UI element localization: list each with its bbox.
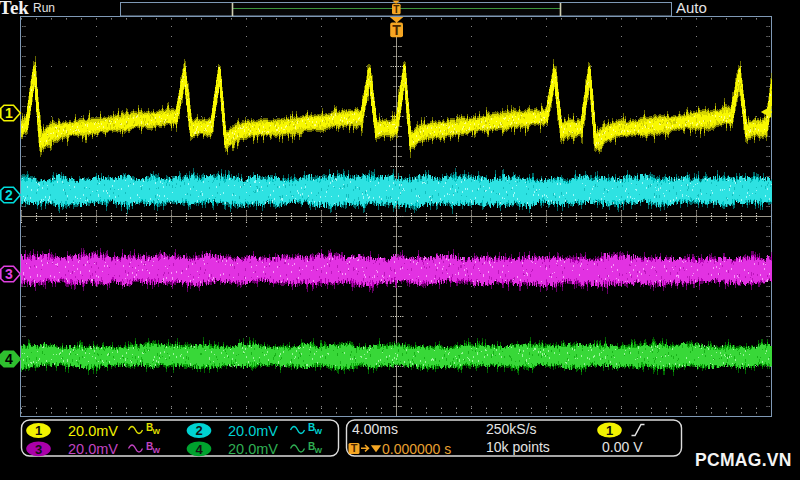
svg-text:T: T xyxy=(393,4,399,15)
svg-text:20.0mV: 20.0mV xyxy=(228,423,278,439)
svg-text:1: 1 xyxy=(35,423,42,438)
svg-text:4.00ms: 4.00ms xyxy=(352,421,398,437)
svg-text:250kS/s: 250kS/s xyxy=(486,421,537,437)
svg-text:20.0mV: 20.0mV xyxy=(68,423,118,439)
svg-text:W: W xyxy=(315,446,323,455)
svg-text:W: W xyxy=(153,446,161,455)
svg-text:Auto: Auto xyxy=(676,0,707,16)
svg-text:2: 2 xyxy=(195,423,202,438)
svg-text:Tek: Tek xyxy=(0,0,29,18)
svg-text:20.0mV: 20.0mV xyxy=(228,441,278,457)
svg-text:1: 1 xyxy=(606,423,613,438)
svg-text:W: W xyxy=(153,427,161,436)
svg-text:10k points: 10k points xyxy=(486,439,550,455)
svg-text:20.0mV: 20.0mV xyxy=(68,441,118,457)
svg-text:1: 1 xyxy=(5,105,13,121)
svg-text:W: W xyxy=(315,427,323,436)
svg-text:Run: Run xyxy=(33,1,55,15)
svg-text:0.000000 s: 0.000000 s xyxy=(382,441,451,457)
svg-text:T: T xyxy=(392,22,401,38)
svg-text:T: T xyxy=(351,442,358,454)
svg-text:4: 4 xyxy=(5,351,13,367)
svg-text:0.00 V: 0.00 V xyxy=(602,439,643,455)
svg-text:3: 3 xyxy=(5,266,13,282)
svg-text:3: 3 xyxy=(35,442,42,457)
svg-text:2: 2 xyxy=(5,187,13,203)
svg-text:4: 4 xyxy=(195,442,203,457)
svg-text:PCMAG.VN: PCMAG.VN xyxy=(695,450,792,470)
